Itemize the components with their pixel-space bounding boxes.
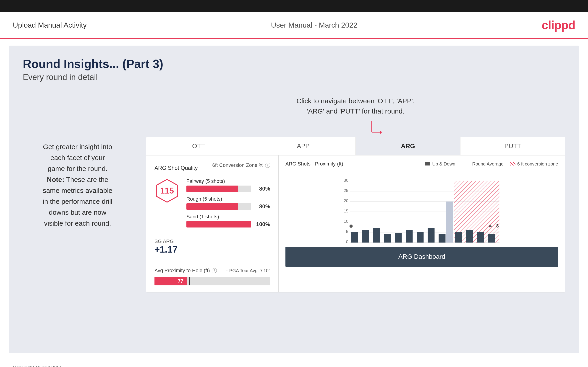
proximity-help-icon[interactable]: ? — [212, 268, 217, 273]
proximity-section: Avg Proximity to Hole (ft) ? ↑ PGA Tour … — [155, 263, 270, 285]
bar-fill-container-rough — [186, 203, 251, 210]
proximity-bar-label: 77' — [178, 278, 185, 284]
footer: Copyright Clippd 2021 — [0, 360, 588, 367]
svg-point-20 — [350, 225, 353, 228]
legend-6ft-icon — [510, 162, 515, 166]
svg-rect-31 — [417, 232, 424, 242]
legend-updown: Up & Down — [425, 161, 455, 167]
svg-rect-32 — [428, 228, 435, 242]
hex-score: 115 — [155, 178, 180, 203]
svg-text:5: 5 — [346, 229, 348, 234]
bar-row-rough: Rough (5 shots) 80% — [186, 196, 270, 210]
clippd-logo: clippd — [542, 18, 575, 32]
main-content: Round Insights... (Part 3) Every round i… — [9, 46, 579, 353]
panel-title: ARG Shot Quality — [155, 165, 198, 171]
legend-6ft: 6 ft conversion zone — [510, 161, 558, 167]
bar-fill-container-fairway — [186, 185, 251, 192]
svg-marker-2 — [380, 130, 382, 134]
svg-text:15: 15 — [344, 209, 348, 213]
copyright-text: Copyright Clippd 2021 — [13, 365, 62, 367]
arg-dashboard-button[interactable]: ARG Dashboard — [285, 247, 558, 267]
svg-text:20: 20 — [344, 199, 348, 203]
bar-label-sand: Sand (1 shots) — [186, 214, 270, 220]
svg-rect-35 — [455, 232, 462, 242]
left-panel: ARG Shot Quality 6ft Conversion Zone % ? — [146, 155, 279, 292]
bar-row-fairway: Fairway (5 shots) 80% — [186, 178, 270, 192]
svg-rect-27 — [373, 228, 380, 242]
svg-rect-26 — [362, 230, 369, 242]
bar-track-sand: 100% — [186, 221, 270, 227]
svg-rect-36 — [466, 230, 473, 242]
chart-legend: Up & Down Round Average 6 ft conversion … — [425, 161, 558, 167]
hex-bars-section: 115 Fairway (5 shots) — [155, 178, 270, 232]
svg-text:30: 30 — [344, 178, 348, 183]
legend-round-avg-icon — [462, 164, 470, 164]
user-manual-label: User Manual - March 2022 — [271, 21, 357, 29]
legend-updown-label: Up & Down — [432, 161, 455, 167]
page-title: Round Insights... (Part 3) — [23, 57, 565, 71]
svg-rect-33 — [439, 234, 446, 242]
svg-text:10: 10 — [344, 219, 348, 224]
desc-note: Note: — [47, 176, 64, 183]
cursor-line — [189, 277, 190, 285]
round-insights-card: OTT APP ARG PUTT ARG Shot Quality 6ft Co… — [146, 137, 565, 292]
svg-rect-37 — [477, 232, 484, 242]
chart-title: ARG Shots - Proximity (ft) — [285, 161, 343, 167]
annotation-text: Click to navigate between 'OTT', 'APP','… — [146, 96, 565, 116]
proximity-header: Avg Proximity to Hole (ft) ? ↑ PGA Tour … — [155, 268, 270, 274]
svg-text:25: 25 — [344, 188, 348, 193]
tab-ott[interactable]: OTT — [146, 137, 251, 155]
help-icon[interactable]: ? — [265, 163, 270, 168]
legend-updown-icon — [425, 162, 430, 166]
bar-pct-fairway: 80% — [254, 185, 270, 192]
upload-manual-label[interactable]: Upload Manual Activity — [13, 21, 87, 29]
svg-text:0: 0 — [346, 240, 348, 244]
svg-rect-34 — [446, 201, 453, 242]
bar-label-rough: Rough (5 shots) — [186, 196, 270, 202]
card-body: ARG Shot Quality 6ft Conversion Zone % ? — [146, 155, 565, 292]
bar-fill-container-sand — [186, 221, 251, 227]
bar-row-sand: Sand (1 shots) 100% — [186, 214, 270, 227]
bar-label-fairway: Fairway (5 shots) — [186, 178, 270, 184]
right-panel: ARG Shots - Proximity (ft) Up & Down Rou… — [279, 155, 565, 292]
desc-line1: Get greater insight intoeach facet of yo… — [43, 143, 112, 172]
svg-rect-30 — [406, 230, 413, 242]
legend-6ft-label: 6 ft conversion zone — [517, 161, 558, 167]
pga-avg: ↑ PGA Tour Avg: 7'10" — [226, 268, 270, 273]
header: Upload Manual Activity User Manual - Mar… — [0, 12, 588, 39]
bar-pct-rough: 80% — [254, 203, 270, 210]
legend-round-avg-label: Round Average — [472, 161, 504, 167]
desc-line4: These are thesame metrics availablein th… — [43, 176, 112, 227]
svg-rect-28 — [384, 234, 391, 242]
bar-track-fairway: 80% — [186, 185, 270, 192]
legend-round-avg: Round Average — [462, 161, 504, 167]
page-subtitle: Every round in detail — [23, 73, 565, 82]
bar-fill-rough — [186, 203, 238, 210]
sg-value: +1.17 — [155, 244, 270, 255]
bar-track-rough: 80% — [186, 203, 270, 210]
bar-pct-sand: 100% — [254, 221, 270, 227]
bar-fill-sand — [186, 221, 251, 227]
arg-chart: 0 5 10 15 20 25 30 — [285, 171, 558, 244]
chart-header: ARG Shots - Proximity (ft) Up & Down Rou… — [285, 161, 558, 167]
left-sidebar: Get greater insight intoeach facet of yo… — [23, 96, 132, 229]
svg-rect-29 — [395, 233, 402, 242]
proximity-bar-fill: 77' — [155, 277, 187, 285]
tab-arg[interactable]: ARG — [356, 137, 460, 155]
svg-rect-25 — [351, 232, 358, 242]
proximity-bar: 77' — [155, 277, 270, 285]
panel-subtitle: 6ft Conversion Zone % ? — [212, 162, 270, 168]
top-bar — [0, 0, 588, 12]
svg-text:115: 115 — [160, 186, 174, 195]
left-description: Get greater insight intoeach facet of yo… — [23, 141, 132, 229]
svg-rect-38 — [488, 234, 495, 242]
chart-area: 0 5 10 15 20 25 30 — [285, 171, 558, 244]
tab-putt[interactable]: PUTT — [460, 137, 565, 155]
proximity-title: Avg Proximity to Hole (ft) ? — [155, 268, 217, 274]
annotation-area: Click to navigate between 'OTT', 'APP','… — [146, 96, 565, 292]
bars-section: Fairway (5 shots) 80% Ro — [186, 178, 270, 232]
content-layout: Get greater insight intoeach facet of yo… — [23, 96, 565, 292]
bar-fill-fairway — [186, 185, 238, 192]
sg-label: SG ARG — [155, 238, 270, 244]
tab-app[interactable]: APP — [251, 137, 356, 155]
